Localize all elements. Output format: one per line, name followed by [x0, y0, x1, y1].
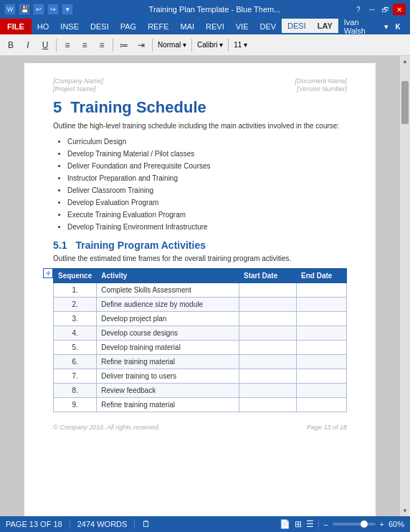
- bold-tool[interactable]: B: [3, 37, 19, 53]
- project-name: [Project Name]: [53, 85, 103, 92]
- doc-scroll[interactable]: [Company Name] [Project Name] [Document …: [0, 56, 400, 516]
- table-wrapper: ✛ Sequence Activity Start Date End Date …: [53, 268, 347, 412]
- save-icon[interactable]: 💾: [19, 4, 30, 15]
- table-row: 7. Deliver training to users: [54, 369, 347, 384]
- vertical-scrollbar[interactable]: ▲ ▼: [400, 56, 410, 516]
- cell-start: [239, 355, 297, 369]
- minimize-button[interactable]: ─: [366, 4, 378, 15]
- tab-lay[interactable]: LAY: [312, 19, 338, 34]
- zoom-level: 60%: [388, 520, 404, 528]
- align-left-tool[interactable]: ≡: [59, 37, 75, 53]
- cell-start: [239, 341, 297, 355]
- cell-start: [239, 369, 297, 384]
- user-menu[interactable]: Ivan Walsh ▾ K: [338, 19, 410, 34]
- table-row: 2. Define audience size by module: [54, 298, 347, 312]
- cell-seq: 6.: [54, 355, 97, 369]
- section5-num: 5: [53, 98, 62, 117]
- word-count: 2474 WORDS: [77, 520, 128, 528]
- cell-end: [297, 355, 347, 369]
- section51-heading: 5.1 Training Program Activities: [53, 239, 347, 251]
- col-header-start: Start Date: [239, 269, 297, 283]
- version-number: [Version Number]: [295, 85, 347, 92]
- zoom-minus-button[interactable]: –: [323, 520, 328, 528]
- zoom-slider[interactable]: [333, 523, 376, 526]
- list-item: Deliver Foundation and Prerequisite Cour…: [67, 161, 347, 171]
- bullet-tool[interactable]: ≔: [116, 37, 132, 53]
- list-item: Execute Training Evaluation Program: [67, 210, 347, 220]
- document-area: [Company Name] [Project Name] [Document …: [0, 56, 410, 516]
- page-footer: © Company 2016. All rights reserved. Pag…: [53, 424, 347, 431]
- underline-tool[interactable]: U: [37, 37, 53, 53]
- layout-icon1[interactable]: 📄: [280, 519, 290, 529]
- tab-file[interactable]: FILE: [0, 19, 32, 34]
- indent-tool[interactable]: ⇥: [133, 37, 149, 53]
- cell-activity: Define audience size by module: [97, 298, 239, 312]
- cell-seq: 9.: [54, 398, 97, 412]
- style-dropdown[interactable]: Normal ▾: [156, 41, 189, 49]
- table-row: 3. Develop project plan: [54, 312, 347, 326]
- restore-button[interactable]: 🗗: [379, 4, 392, 15]
- help-button[interactable]: ?: [352, 4, 365, 15]
- zoom-plus-button[interactable]: +: [380, 520, 384, 528]
- tab-revi[interactable]: REVI: [200, 19, 230, 34]
- cell-seq: 7.: [54, 369, 97, 384]
- tab-ho[interactable]: HO: [32, 19, 55, 34]
- section5-heading: 5 Training Schedule: [53, 98, 347, 117]
- tab-dev[interactable]: DEV: [254, 19, 282, 34]
- undo-icon[interactable]: ↩: [33, 4, 44, 15]
- cell-seq: 8.: [54, 384, 97, 398]
- cell-activity: Complete Skills Assessment: [97, 283, 239, 298]
- close-button[interactable]: ✕: [393, 4, 406, 15]
- redo-icon[interactable]: ↪: [47, 4, 59, 15]
- footer-right: Page 13 of 18: [307, 424, 347, 431]
- tab-desi[interactable]: DESI: [85, 19, 115, 34]
- app-icon: W: [4, 4, 16, 15]
- company-name: [Company Name]: [53, 77, 103, 85]
- tab-pag[interactable]: PAG: [115, 19, 142, 34]
- layout-icon3[interactable]: ☰: [306, 519, 314, 529]
- table-row: 6. Refine training material: [54, 355, 347, 369]
- cell-start: [239, 298, 297, 312]
- font-dropdown[interactable]: Calibri ▾: [195, 41, 225, 49]
- sep2: [113, 39, 113, 52]
- scroll-thumb[interactable]: [401, 81, 409, 124]
- layout-icon2[interactable]: ⊞: [295, 519, 302, 529]
- list-item: Develop Evaluation Program: [67, 198, 347, 208]
- cell-seq: 2.: [54, 298, 97, 312]
- ribbon-tools: B I U ≡ ≡ ≡ ≔ ⇥ Normal ▾ Calibri ▾ 11 ▾: [0, 34, 410, 56]
- tab-vie[interactable]: VIE: [230, 19, 254, 34]
- cell-activity: Develop course designs: [97, 326, 239, 341]
- col-header-activity: Activity: [97, 269, 239, 283]
- size-dropdown[interactable]: 11 ▾: [232, 41, 249, 49]
- document-name: [Document Name]: [295, 77, 347, 85]
- scroll-up-arrow[interactable]: ▲: [400, 56, 410, 67]
- sep1: [56, 39, 57, 52]
- status-sep3: [318, 519, 319, 529]
- cell-end: [297, 398, 347, 412]
- section5-title: Training Schedule: [70, 98, 206, 117]
- cell-end: [297, 283, 347, 298]
- status-sep1: [70, 519, 70, 529]
- tab-inse[interactable]: INSE: [54, 19, 85, 34]
- tab-mai[interactable]: MAI: [174, 19, 200, 34]
- footer-left: © Company 2016. All rights reserved.: [53, 424, 160, 431]
- header-right: [Document Name] [Version Number]: [295, 77, 347, 92]
- align-right-tool[interactable]: ≡: [94, 37, 110, 53]
- section51-desc: Outline the estimated time frames for th…: [53, 254, 347, 264]
- italic-tool[interactable]: I: [20, 37, 36, 53]
- cell-start: [239, 398, 297, 412]
- align-center-tool[interactable]: ≡: [77, 37, 92, 53]
- tab-refe[interactable]: REFE: [142, 19, 174, 34]
- sep4: [191, 39, 192, 52]
- user-name: Ivan Walsh: [344, 18, 382, 35]
- tab-desi2[interactable]: DESI: [282, 19, 312, 34]
- cell-activity: Deliver training to users: [97, 369, 239, 384]
- more-icon[interactable]: ▾: [62, 4, 73, 15]
- status-bar: PAGE 13 OF 18 2474 WORDS 🗒 📄 ⊞ ☰ – + 60%: [0, 516, 410, 532]
- bullet-list: Curriculum Design Develop Training Mater…: [67, 137, 347, 232]
- scroll-down-arrow[interactable]: ▼: [400, 505, 410, 516]
- table-handle[interactable]: ✛: [43, 268, 53, 278]
- section5-desc: Outline the high-level training schedule…: [53, 121, 347, 131]
- cell-end: [297, 312, 347, 326]
- doc-page: [Company Name] [Project Name] [Document …: [24, 63, 376, 516]
